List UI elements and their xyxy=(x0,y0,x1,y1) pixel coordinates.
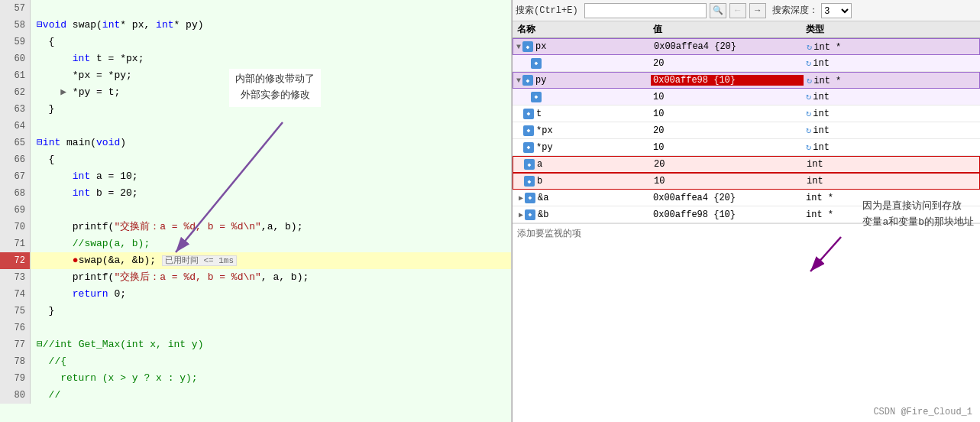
type-px-child: ↻int xyxy=(803,57,980,69)
val-a: 20 xyxy=(651,159,804,170)
add-watch-label: 添加要监视的项 xyxy=(517,229,581,239)
line-content: return 0; xyxy=(31,286,511,303)
line-77: 77 ⊟//int Get_Max(int x, int y) xyxy=(0,336,511,353)
line-content: ⊟//int Get_Max(int x, int y) xyxy=(31,336,511,353)
icon-py-child: ◆ xyxy=(531,92,542,102)
type-py: ↻int * xyxy=(804,75,979,86)
expand-py[interactable]: ▼ xyxy=(516,76,521,85)
line-66: 66 { xyxy=(0,151,511,168)
line-num: 80 xyxy=(0,387,31,404)
icon-addr-a: ◆ xyxy=(525,193,535,203)
val-py-child: 10 xyxy=(650,92,803,102)
code-panel: 57 58 ⊟void swap(int* px, int* py) 59 { … xyxy=(0,0,512,422)
line-content: ⊟void swap(int* px, int* py) xyxy=(31,17,511,34)
line-content: int a = 10; xyxy=(31,168,511,185)
watch-row-deref-py[interactable]: ◆ *py 10 ↻int xyxy=(513,139,980,156)
search-label: 搜索(Ctrl+E) xyxy=(516,4,578,17)
line-num: 60 xyxy=(0,50,31,67)
line-68: 68 int b = 20; xyxy=(0,185,511,202)
watch-row-t[interactable]: ◆ t 10 ↻int xyxy=(513,106,980,122)
icon-px: ◆ xyxy=(522,41,533,52)
header-name: 名称 xyxy=(513,23,650,36)
expand-px[interactable]: ▼ xyxy=(516,43,521,51)
icon-py: ◆ xyxy=(522,75,533,86)
icon-t: ◆ xyxy=(523,109,534,119)
watch-table: ▼ ◆ px 0x00affea4 {20} ↻int * ◆ 20 ↻int … xyxy=(513,38,980,422)
watch-row-py[interactable]: ▼ ◆ py 0x00affe98 {10} ↻int * xyxy=(513,72,980,89)
watch-row-b[interactable]: ◆ b 10 int xyxy=(513,173,980,190)
watch-row-px[interactable]: ▼ ◆ px 0x00affea4 {20} ↻int * xyxy=(513,38,980,55)
line-72: 72 ●swap(&a, &b); 已用时间 <= 1ms xyxy=(0,252,511,269)
debug-panel: 搜索(Ctrl+E) 🔍 ← → 搜索深度： 3 1 2 4 5 名称 值 类型… xyxy=(512,0,980,422)
watch-row-addr-a[interactable]: ▶ ◆ &a 0x00affea4 {20} int * xyxy=(513,190,980,206)
depth-label: 搜索深度： xyxy=(772,4,818,17)
line-78: 78 //{ xyxy=(0,353,511,370)
line-67: 67 int a = 10; xyxy=(0,168,511,185)
line-content xyxy=(31,320,511,336)
type-px: ↻int * xyxy=(804,41,979,53)
varname-deref-px: *px xyxy=(536,125,553,136)
line-58: 58 ⊟void swap(int* px, int* py) xyxy=(0,17,511,34)
code-lines: 57 58 ⊟void swap(int* px, int* py) 59 { … xyxy=(0,0,511,404)
val-py: 0x00affe98 {10} xyxy=(651,75,804,86)
val-px-child: 20 xyxy=(650,58,803,69)
line-num: 78 xyxy=(0,353,31,370)
watch-row-addr-b[interactable]: ▶ ◆ &b 0x00affe98 {10} int * xyxy=(513,206,980,223)
line-num: 61 xyxy=(0,67,31,84)
line-content: //{ xyxy=(31,353,511,370)
val-addr-a: 0x00affea4 {20} xyxy=(650,193,803,203)
forward-btn[interactable]: → xyxy=(749,3,766,18)
line-76: 76 xyxy=(0,320,511,336)
watch-row-deref-px[interactable]: ◆ *px 20 ↻int xyxy=(513,122,980,139)
line-57: 57 xyxy=(0,0,511,17)
line-71: 71 //swap(a, b); xyxy=(0,235,511,252)
line-num: 62 xyxy=(0,84,31,101)
type-addr-b: int * xyxy=(803,209,980,220)
line-content: { xyxy=(31,151,511,168)
line-content xyxy=(31,118,511,135)
line-num: 59 xyxy=(0,34,31,50)
back-btn[interactable]: ← xyxy=(729,3,746,18)
watch-row-a[interactable]: ◆ a 20 int xyxy=(513,156,980,173)
icon-px-child: ◆ xyxy=(531,58,542,69)
add-watch[interactable]: 添加要监视的项 xyxy=(513,223,980,243)
line-content: } xyxy=(31,303,511,320)
varname-px: px xyxy=(535,41,546,52)
line-79: 79 return (x > y ? x : y); xyxy=(0,370,511,387)
line-num: 57 xyxy=(0,0,31,17)
line-content: printf("交换后：a = %d, b = %d\n", a, b); xyxy=(31,269,511,286)
type-t: ↻int xyxy=(803,108,980,119)
expand-addr-a[interactable]: ▶ xyxy=(519,193,523,203)
csdn-credit: CSDN @Fire_Cloud_1 xyxy=(873,407,972,417)
line-73: 73 printf("交换后：a = %d, b = %d\n", a, b); xyxy=(0,269,511,286)
varname-b: b xyxy=(537,176,542,187)
type-addr-a: int * xyxy=(803,193,980,203)
line-num: 77 xyxy=(0,336,31,353)
expand-addr-b[interactable]: ▶ xyxy=(519,210,523,219)
varname-t: t xyxy=(536,109,542,119)
line-content: { xyxy=(31,34,511,50)
val-addr-b: 0x00affe98 {10} xyxy=(650,209,803,220)
line-num: 79 xyxy=(0,370,31,387)
watch-row-px-val: ◆ 20 ↻int xyxy=(513,55,980,72)
line-60: 60 int t = *px; xyxy=(0,50,511,67)
line-content xyxy=(31,0,511,17)
type-b: int xyxy=(804,176,979,187)
type-deref-px: ↻int xyxy=(803,125,980,136)
line-num: 64 xyxy=(0,118,31,135)
search-input[interactable] xyxy=(584,3,707,18)
icon-b: ◆ xyxy=(524,176,535,187)
search-icon-btn[interactable]: 🔍 xyxy=(710,3,726,18)
type-a: int xyxy=(804,159,979,170)
debug-toolbar: 搜索(Ctrl+E) 🔍 ← → 搜索深度： 3 1 2 4 5 xyxy=(513,0,980,21)
line-num: 65 xyxy=(0,135,31,151)
line-num: 66 xyxy=(0,151,31,168)
icon-a: ◆ xyxy=(524,159,535,170)
line-num: 71 xyxy=(0,235,31,252)
depth-select[interactable]: 3 1 2 4 5 xyxy=(821,3,852,18)
val-deref-px: 20 xyxy=(650,125,803,136)
line-num: 76 xyxy=(0,320,31,336)
line-64: 64 xyxy=(0,118,511,135)
line-content: // xyxy=(31,387,511,404)
line-69: 69 xyxy=(0,202,511,219)
